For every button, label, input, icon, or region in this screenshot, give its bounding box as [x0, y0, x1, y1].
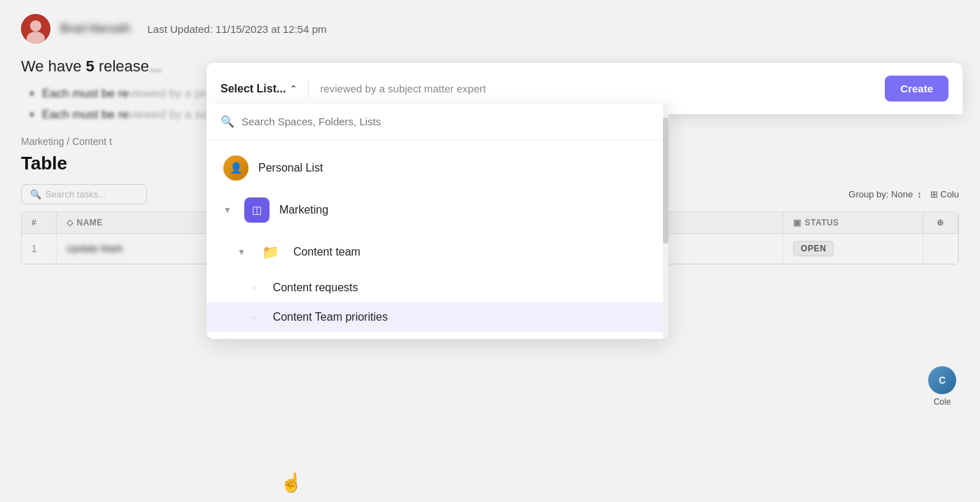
- content-team-folder-icon: 📁: [258, 239, 284, 265]
- list-arrow-content-requests: ○: [251, 284, 256, 292]
- dropdown-list: 🔍 👤 Personal List ▼ ◫ Marketing ▼: [206, 104, 668, 339]
- chevron-up-icon: ⌃: [290, 84, 297, 94]
- content-team-label: Content team: [293, 246, 360, 258]
- scrollbar-thumb[interactable]: [663, 118, 668, 244]
- content-team-priorities-label: Content Team priorities: [273, 311, 388, 323]
- marketing-space-icon: ◫: [244, 197, 270, 223]
- personal-list-avatar: 👤: [223, 155, 248, 181]
- scrollbar-track[interactable]: [663, 104, 668, 339]
- divider: [308, 81, 309, 97]
- list-item-content-requests[interactable]: ○ Content requests: [206, 273, 668, 302]
- search-row: 🔍: [206, 104, 668, 140]
- list-arrow-priorities: ○: [251, 313, 256, 321]
- select-list-trigger[interactable]: Select List... ⌃: [220, 83, 297, 95]
- list-item-content-team[interactable]: ▼ 📁 Content team: [206, 231, 668, 273]
- collapse-arrow-content-team: ▼: [237, 247, 246, 257]
- marketing-label: Marketing: [279, 204, 328, 216]
- content-requests-label: Content requests: [273, 281, 358, 294]
- search-dd-icon: 🔍: [220, 115, 234, 128]
- context-text: reviewed by a subject matter expert: [320, 83, 874, 95]
- list-item-personal[interactable]: 👤 Personal List: [206, 147, 668, 189]
- list-items: 👤 Personal List ▼ ◫ Marketing ▼ 📁 Conten…: [206, 140, 668, 339]
- select-list-label: Select List...: [220, 83, 286, 95]
- collapse-arrow-marketing: ▼: [223, 205, 232, 215]
- search-dd-input[interactable]: [241, 116, 654, 127]
- create-button[interactable]: Create: [885, 76, 948, 102]
- list-item-content-team-priorities[interactable]: ○ Content Team priorities: [206, 302, 668, 332]
- personal-list-label: Personal List: [258, 162, 323, 174]
- list-item-marketing[interactable]: ▼ ◫ Marketing: [206, 189, 668, 231]
